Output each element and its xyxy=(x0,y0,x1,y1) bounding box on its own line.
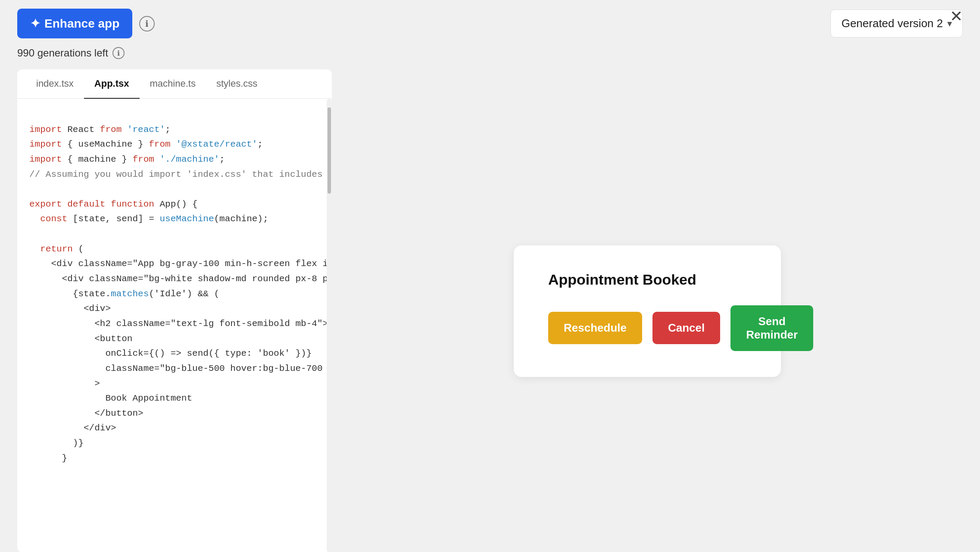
close-button[interactable]: ✕ xyxy=(950,9,963,24)
version-label: Generated version 2 xyxy=(841,17,943,30)
tab-app-tsx[interactable]: App.tsx xyxy=(84,69,140,99)
scrollbar[interactable] xyxy=(327,99,332,552)
main-content: index.tsx App.tsx machine.ts styles.css … xyxy=(0,69,980,552)
scrollbar-thumb xyxy=(328,107,331,194)
generations-bar: 990 generations left ℹ xyxy=(0,47,980,69)
code-area[interactable]: import React from 'react'; import { useM… xyxy=(17,99,332,552)
close-icon: ✕ xyxy=(950,7,963,25)
top-bar: ✦ Enhance app ℹ Generated version 2 ▾ xyxy=(0,0,980,47)
send-reminder-button[interactable]: Send Reminder xyxy=(730,305,813,351)
enhance-label: Enhance app xyxy=(44,17,119,31)
appointment-card: Appointment Booked Reschedule Cancel Sen… xyxy=(514,245,781,377)
top-bar-left: ✦ Enhance app ℹ xyxy=(17,9,155,38)
code-content: import React from 'react'; import { useM… xyxy=(17,107,332,481)
generations-info-icon[interactable]: ℹ xyxy=(112,47,125,59)
tab-machine-ts[interactable]: machine.ts xyxy=(140,69,206,99)
preview-panel: Appointment Booked Reschedule Cancel Sen… xyxy=(332,69,963,552)
reschedule-button[interactable]: Reschedule xyxy=(548,312,642,344)
code-panel: index.tsx App.tsx machine.ts styles.css … xyxy=(17,69,332,552)
generations-left-text: 990 generations left xyxy=(17,47,108,59)
appointment-title: Appointment Booked xyxy=(548,271,746,288)
enhance-app-button[interactable]: ✦ Enhance app xyxy=(17,9,132,38)
version-dropdown[interactable]: Generated version 2 ▾ xyxy=(830,9,963,38)
tabs: index.tsx App.tsx machine.ts styles.css xyxy=(17,69,332,99)
cancel-button[interactable]: Cancel xyxy=(652,312,720,344)
appointment-buttons: Reschedule Cancel Send Reminder xyxy=(548,305,746,351)
tab-index-tsx[interactable]: index.tsx xyxy=(26,69,84,99)
tab-styles-css[interactable]: styles.css xyxy=(206,69,268,99)
info-icon[interactable]: ℹ xyxy=(139,16,155,31)
sparkle-icon: ✦ xyxy=(30,16,40,31)
